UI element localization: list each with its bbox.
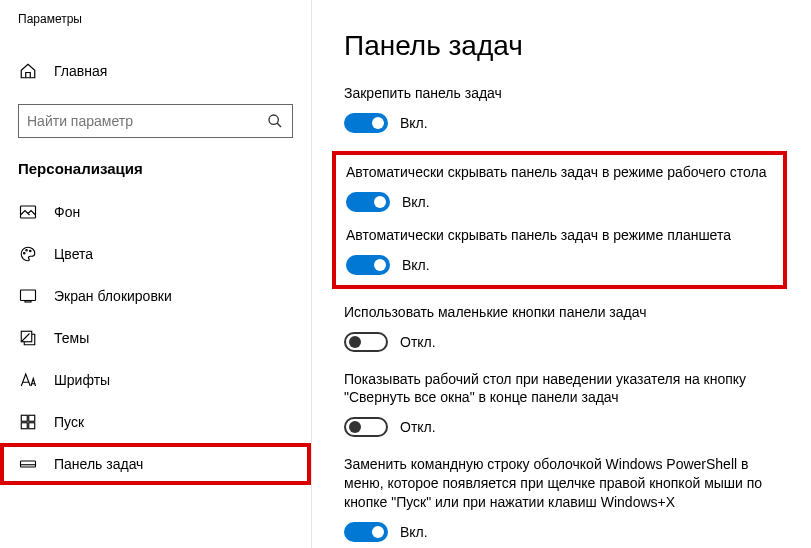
setting-autohide-desktop: Автоматически скрывать панель задач в ре… <box>346 163 773 212</box>
setting-description: Автоматически скрывать панель задач в ре… <box>346 163 773 182</box>
setting-small-buttons: Использовать маленькие кнопки панели зад… <box>344 303 783 352</box>
palette-icon <box>18 245 38 263</box>
sidebar-item-label: Пуск <box>54 414 84 430</box>
image-icon <box>18 203 38 221</box>
setting-autohide-tablet: Автоматически скрывать панель задач в ре… <box>346 226 773 275</box>
setting-description: Закрепить панель задач <box>344 84 783 103</box>
svg-rect-9 <box>21 415 27 421</box>
sidebar: Параметры Главная Персонализация Фон Цве… <box>0 0 312 548</box>
sidebar-item-start[interactable]: Пуск <box>0 401 311 443</box>
highlighted-group: Автоматически скрывать панель задач в ре… <box>332 151 787 289</box>
setting-description: Автоматически скрывать панель задач в ре… <box>346 226 773 245</box>
sidebar-item-fonts[interactable]: Шрифты <box>0 359 311 401</box>
setting-peek-desktop: Показывать рабочий стол при наведении ук… <box>344 370 783 438</box>
svg-point-0 <box>269 115 278 124</box>
svg-rect-7 <box>25 301 31 303</box>
sidebar-item-label: Цвета <box>54 246 93 262</box>
svg-point-4 <box>26 250 28 252</box>
search-box[interactable] <box>18 104 293 138</box>
sidebar-item-label: Шрифты <box>54 372 110 388</box>
sidebar-item-label: Панель задач <box>54 456 143 472</box>
svg-line-1 <box>277 123 281 127</box>
svg-rect-13 <box>21 461 36 467</box>
svg-rect-6 <box>21 290 36 301</box>
sidebar-item-label: Фон <box>54 204 80 220</box>
svg-rect-10 <box>29 415 35 421</box>
toggle-autohide-desktop[interactable] <box>346 192 390 212</box>
sidebar-item-label: Экран блокировки <box>54 288 172 304</box>
toggle-autohide-tablet[interactable] <box>346 255 390 275</box>
search-input[interactable] <box>27 113 266 129</box>
toggle-peek-desktop[interactable] <box>344 417 388 437</box>
sidebar-item-lockscreen[interactable]: Экран блокировки <box>0 275 311 317</box>
app-title: Параметры <box>0 0 311 32</box>
content-pane: Панель задач Закрепить панель задач Вкл.… <box>312 0 811 548</box>
setting-description: Показывать рабочий стол при наведении ук… <box>344 370 783 408</box>
svg-point-5 <box>30 250 32 252</box>
toggle-state-label: Вкл. <box>400 524 428 540</box>
home-button[interactable]: Главная <box>0 52 311 90</box>
toggle-small-buttons[interactable] <box>344 332 388 352</box>
sidebar-item-taskbar[interactable]: Панель задач <box>0 443 311 485</box>
toggle-state-label: Вкл. <box>402 194 430 210</box>
section-title: Персонализация <box>0 152 311 191</box>
toggle-state-label: Вкл. <box>402 257 430 273</box>
sidebar-item-label: Темы <box>54 330 89 346</box>
home-icon <box>18 62 38 80</box>
toggle-state-label: Откл. <box>400 419 436 435</box>
home-label: Главная <box>54 63 107 79</box>
fonts-icon <box>18 371 38 389</box>
setting-powershell: Заменить командную строку оболочкой Wind… <box>344 455 783 542</box>
toggle-state-label: Вкл. <box>400 115 428 131</box>
start-icon <box>18 413 38 431</box>
toggle-powershell[interactable] <box>344 522 388 542</box>
themes-icon <box>18 329 38 347</box>
sidebar-item-background[interactable]: Фон <box>0 191 311 233</box>
search-icon <box>266 113 284 129</box>
svg-rect-11 <box>21 423 27 429</box>
toggle-lock-taskbar[interactable] <box>344 113 388 133</box>
taskbar-icon <box>18 455 38 473</box>
sidebar-item-colors[interactable]: Цвета <box>0 233 311 275</box>
toggle-state-label: Откл. <box>400 334 436 350</box>
svg-rect-12 <box>29 423 35 429</box>
sidebar-item-themes[interactable]: Темы <box>0 317 311 359</box>
page-title: Панель задач <box>344 30 783 62</box>
lock-screen-icon <box>18 287 38 305</box>
setting-description: Использовать маленькие кнопки панели зад… <box>344 303 783 322</box>
setting-description: Заменить командную строку оболочкой Wind… <box>344 455 783 512</box>
svg-point-3 <box>24 253 26 255</box>
setting-lock-taskbar: Закрепить панель задач Вкл. <box>344 84 783 133</box>
